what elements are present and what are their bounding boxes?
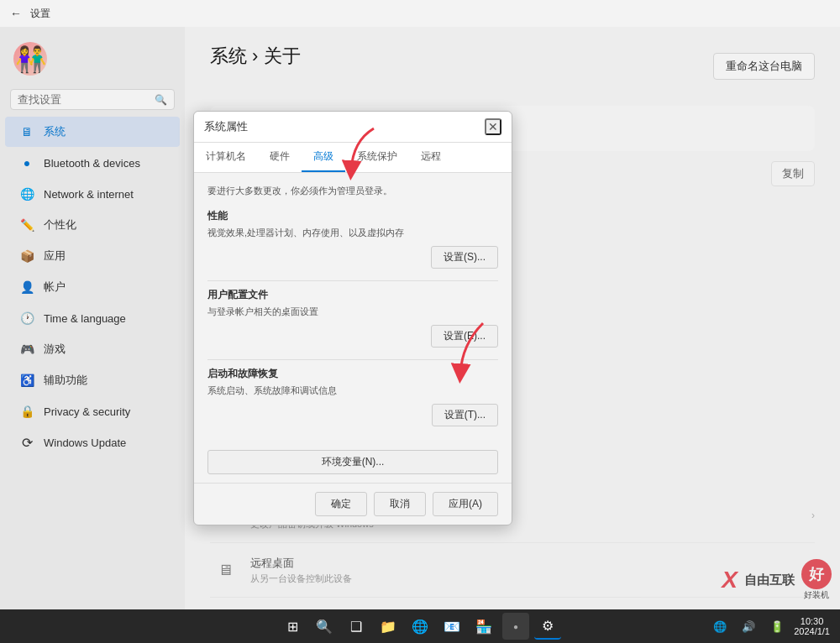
- dialog-tabs: 计算机名 硬件 高级 系统保护 远程: [194, 143, 512, 173]
- tab-system-protection[interactable]: 系统保护: [345, 143, 409, 172]
- taskbar: ⊞ 🔍 ❑ 📁 🌐 📧 🏪 ● ⚙ 🌐 🔊 🔋 10:30 2024/1/1: [0, 609, 840, 643]
- taskbar-network-icon[interactable]: 🌐: [708, 614, 732, 638]
- taskbar-clock: 10:30 2024/1/1: [794, 616, 830, 636]
- taskbar-sound-icon[interactable]: 🔊: [737, 614, 760, 638]
- dialog-overlay: 系统属性 ✕ 计算机名 硬件 高级 系统保护 远程 要进行大多数更改，你必须作为…: [0, 27, 840, 609]
- dialog-titlebar: 系统属性 ✕: [194, 112, 512, 143]
- dialog-close-button[interactable]: ✕: [485, 118, 501, 135]
- ok-button[interactable]: 确定: [315, 492, 367, 516]
- divider-2: [207, 359, 498, 360]
- tab-hardware[interactable]: 硬件: [258, 143, 302, 172]
- section-performance: 性能 视觉效果,处理器计划、内存使用、以及虚拟内存 设置(S)...: [207, 209, 498, 269]
- apply-button[interactable]: 应用(A): [433, 492, 498, 516]
- section-performance-title: 性能: [207, 209, 498, 223]
- section-performance-desc: 视觉效果,处理器计划、内存使用、以及虚拟内存: [207, 227, 498, 239]
- taskbar-store-button[interactable]: 🏪: [470, 613, 497, 640]
- taskbar-search-button[interactable]: 🔍: [311, 613, 338, 640]
- taskbar-mail-button[interactable]: 📧: [438, 613, 465, 640]
- system-properties-dialog: 系统属性 ✕ 计算机名 硬件 高级 系统保护 远程 要进行大多数更改，你必须作为…: [193, 111, 512, 525]
- performance-settings-button[interactable]: 设置(S)...: [431, 246, 498, 269]
- taskbar-settings-button[interactable]: ⚙: [534, 613, 561, 640]
- section-startup-title: 启动和故障恢复: [207, 367, 498, 381]
- section-user-profiles: 用户配置文件 与登录帐户相关的桌面设置 设置(E)...: [207, 288, 498, 348]
- back-icon[interactable]: ←: [10, 7, 22, 20]
- divider-1: [207, 280, 498, 281]
- user-profiles-settings-button[interactable]: 设置(E)...: [431, 325, 498, 348]
- dialog-title: 系统属性: [204, 119, 248, 134]
- tab-remote[interactable]: 远程: [409, 143, 453, 172]
- dialog-note: 要进行大多数更改，你必须作为管理员登录。: [207, 185, 498, 197]
- title-bar: ← 设置: [0, 0, 840, 27]
- dialog-body: 要进行大多数更改，你必须作为管理员登录。 性能 视觉效果,处理器计划、内存使用、…: [194, 173, 512, 450]
- taskbar-explorer-button[interactable]: 📁: [375, 613, 402, 640]
- title-bar-title: 设置: [30, 7, 50, 21]
- section-startup: 启动和故障恢复 系统启动、系统故障和调试信息 设置(T)...: [207, 367, 498, 426]
- tab-advanced[interactable]: 高级: [302, 143, 345, 172]
- taskbar-right: 🌐 🔊 🔋 10:30 2024/1/1: [708, 614, 830, 638]
- env-variables-button[interactable]: 环境变量(N)...: [207, 450, 498, 474]
- section-startup-desc: 系统启动、系统故障和调试信息: [207, 384, 498, 397]
- tab-computer-name[interactable]: 计算机名: [194, 143, 258, 172]
- section-user-profiles-title: 用户配置文件: [207, 288, 498, 302]
- taskbar-start-button[interactable]: ⊞: [279, 613, 306, 640]
- taskbar-center: ⊞ 🔍 ❑ 📁 🌐 📧 🏪 ● ⚙: [279, 613, 561, 640]
- dialog-footer: 确定 取消 应用(A): [194, 483, 512, 525]
- taskbar-battery-icon[interactable]: 🔋: [765, 614, 789, 638]
- taskbar-spotify-button[interactable]: ●: [502, 613, 529, 640]
- taskbar-edge-button[interactable]: 🌐: [407, 613, 433, 640]
- taskbar-task-view-button[interactable]: ❑: [343, 613, 370, 640]
- section-user-profiles-desc: 与登录帐户相关的桌面设置: [207, 306, 498, 318]
- startup-settings-button[interactable]: 设置(T)...: [432, 404, 498, 426]
- cancel-button[interactable]: 取消: [374, 492, 426, 516]
